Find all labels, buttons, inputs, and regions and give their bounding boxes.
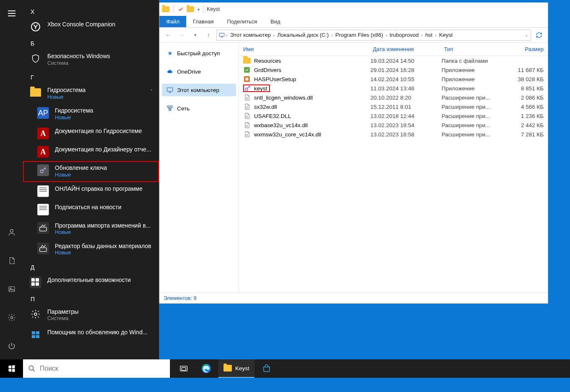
svg-point-26 bbox=[246, 125, 248, 127]
column-header-date[interactable]: Дата изменения bbox=[370, 45, 442, 53]
breadcrumb-item[interactable]: Этот компьютер bbox=[229, 32, 272, 38]
tree-onedrive[interactable]: OneDrive bbox=[162, 65, 236, 78]
app-windows-update-assistant[interactable]: Помощник по обновлению до Wind... bbox=[23, 325, 159, 344]
app-doc-report-designer[interactable]: A Документация по Дизайнеру отче... bbox=[23, 143, 159, 161]
ribbon-tab-home[interactable]: Главная bbox=[186, 16, 220, 27]
file-date: 13.02.2023 18:58 bbox=[370, 131, 442, 138]
svg-rect-7 bbox=[40, 248, 47, 251]
file-row[interactable]: USAFE32.DLL13.02.2018 12:44Расширение пр… bbox=[239, 111, 548, 120]
pc-icon bbox=[218, 32, 225, 38]
breadcrumb-item[interactable]: Program Files (x86) bbox=[334, 32, 385, 38]
app-xbox-console-companion[interactable]: Xbox Console Companion bbox=[23, 18, 159, 36]
chevron-right-icon[interactable]: › bbox=[331, 33, 334, 38]
svg-rect-15 bbox=[167, 88, 172, 92]
qat-dropdown[interactable]: ▾ bbox=[198, 7, 200, 12]
app-update-key[interactable]: Обновление ключа Новые bbox=[23, 161, 159, 182]
letter-header[interactable]: Д bbox=[23, 260, 159, 273]
chevron-right-icon[interactable]: › bbox=[225, 33, 229, 38]
file-type: Папка с файлами bbox=[442, 58, 508, 64]
nav-up-button[interactable]: ↑ bbox=[203, 30, 214, 41]
svg-point-0 bbox=[10, 229, 13, 232]
chevron-right-icon[interactable]: › bbox=[420, 33, 424, 38]
search-input[interactable] bbox=[40, 365, 165, 372]
letter-header[interactable]: X bbox=[23, 4, 159, 18]
documents-button[interactable] bbox=[3, 252, 20, 269]
letter-header[interactable]: Б bbox=[23, 36, 159, 49]
app-settings[interactable]: Параметры Система bbox=[23, 305, 159, 325]
file-row[interactable]: wxmsw32u_core_vc14x.dll13.02.2023 18:58Р… bbox=[239, 130, 548, 139]
letter-header[interactable]: П bbox=[23, 292, 159, 305]
chevron-right-icon[interactable]: › bbox=[272, 33, 276, 38]
nav-history-dropdown[interactable]: ▾ bbox=[190, 30, 200, 41]
file-date: 20.10.2022 8:20 bbox=[370, 95, 442, 101]
letter-header[interactable]: Г bbox=[23, 70, 159, 83]
folder-hydrosystem[interactable]: Гидросистема Новые ˆ bbox=[23, 83, 159, 104]
app-materials-db-editor[interactable]: Редактор базы данных материалов Новые bbox=[23, 239, 159, 260]
breadcrumb-item[interactable]: Keyst bbox=[437, 32, 454, 38]
file-row[interactable]: keyst11.03.2024 13:46Приложение8 851 КБ bbox=[239, 84, 548, 93]
svg-point-25 bbox=[246, 116, 248, 118]
breadcrumb[interactable]: › Этот компьютер › Локальный диск (C:) ›… bbox=[216, 30, 531, 41]
database-icon bbox=[37, 243, 49, 254]
app-online-help[interactable]: ОНЛАЙН справка по программе bbox=[23, 182, 159, 200]
ribbon-tab-share[interactable]: Поделиться bbox=[220, 16, 264, 27]
task-view-button[interactable] bbox=[173, 359, 194, 378]
file-size: 11 687 КБ bbox=[508, 67, 546, 73]
svg-rect-21 bbox=[245, 77, 249, 81]
folder-icon bbox=[187, 6, 194, 12]
breadcrumb-item[interactable]: Локальный диск (C:) bbox=[276, 32, 331, 38]
refresh-button[interactable] bbox=[534, 30, 544, 41]
file-icon bbox=[243, 57, 251, 64]
ribbon-tab-file[interactable]: Файл bbox=[159, 16, 186, 27]
breadcrumb-item[interactable]: hst bbox=[424, 32, 434, 38]
chevron-right-icon[interactable]: › bbox=[434, 33, 437, 38]
nav-forward-button[interactable]: → bbox=[176, 30, 187, 41]
app-label: Дополнительные возможности bbox=[47, 277, 131, 284]
start-apps-list[interactable]: X Xbox Console Companion Б Безопасность … bbox=[23, 0, 159, 359]
pictures-button[interactable] bbox=[3, 281, 20, 297]
app-subscribe-news[interactable]: Подписаться на новости bbox=[23, 200, 159, 219]
settings-rail-button[interactable] bbox=[3, 309, 20, 326]
file-row[interactable]: wxbase32u_vc14x.dll13.02.2023 18:54Расши… bbox=[239, 120, 548, 130]
file-size: 2 442 КБ bbox=[508, 122, 546, 128]
file-row[interactable]: sntl_licgen_windows.dll20.10.2022 8:20Ра… bbox=[239, 93, 548, 102]
column-header-size[interactable]: Размер bbox=[508, 45, 546, 53]
app-hydrosystem[interactable]: АР Гидросистема Новые bbox=[23, 104, 159, 124]
tree-quick-access[interactable]: ★ Быстрый доступ bbox=[162, 47, 236, 59]
app-change-importer[interactable]: Программа импорта изменений в... Новые bbox=[23, 219, 159, 239]
titlebar[interactable]: ▾ Keyst bbox=[159, 3, 548, 16]
breadcrumb-dropdown[interactable]: ⌄ bbox=[524, 33, 529, 37]
ribbon-tab-view[interactable]: Вид bbox=[264, 16, 287, 27]
taskbar-search[interactable] bbox=[23, 359, 170, 378]
svg-point-8 bbox=[34, 313, 37, 315]
document-icon bbox=[37, 204, 49, 215]
column-header-name[interactable]: Имя bbox=[241, 45, 370, 53]
tree-label: Этот компьютер bbox=[177, 87, 219, 93]
edge-button[interactable] bbox=[196, 359, 217, 378]
svg-rect-1 bbox=[9, 287, 15, 292]
breadcrumb-item[interactable]: truboprovod bbox=[388, 32, 420, 38]
tree-this-pc[interactable]: Этот компьютер bbox=[162, 84, 236, 96]
navigation-pane[interactable]: ★ Быстрый доступ OneDrive Этот компьютер bbox=[159, 43, 239, 292]
tree-network[interactable]: Сеть bbox=[162, 102, 236, 115]
start-menu-expand-button[interactable] bbox=[3, 5, 20, 22]
file-row[interactable]: HASPUserSetup14.02.2024 10:55Приложение3… bbox=[239, 74, 548, 84]
file-row[interactable]: GrdDrivers29.01.2024 16:28Приложение11 6… bbox=[239, 65, 548, 74]
taskbar-item-explorer-keyst[interactable]: Keyst bbox=[218, 359, 254, 378]
power-button[interactable] bbox=[3, 338, 20, 354]
file-row[interactable]: Resources19.03.2024 14:50Папка с файлами bbox=[239, 56, 548, 65]
tree-label: Сеть bbox=[177, 105, 190, 112]
column-header-type[interactable]: Тип bbox=[442, 45, 508, 53]
app-extras[interactable]: Дополнительные возможности bbox=[23, 273, 159, 292]
account-button[interactable] bbox=[3, 224, 20, 241]
chevron-right-icon[interactable]: › bbox=[385, 33, 388, 38]
app-windows-security[interactable]: Безопасность Windows Система bbox=[23, 49, 159, 70]
store-button[interactable] bbox=[256, 359, 277, 378]
file-row[interactable]: sx32w.dll15.12.2011 8:01Расширение при..… bbox=[239, 102, 548, 111]
item-count-label: Элементов: bbox=[164, 295, 192, 301]
qat-save-icon[interactable] bbox=[177, 6, 184, 13]
folder-sublabel: Новые bbox=[47, 94, 86, 101]
nav-back-button[interactable]: ← bbox=[163, 30, 174, 41]
start-button[interactable] bbox=[0, 359, 23, 378]
app-doc-hydrosystem[interactable]: A Документация по Гидросистеме bbox=[23, 124, 159, 143]
